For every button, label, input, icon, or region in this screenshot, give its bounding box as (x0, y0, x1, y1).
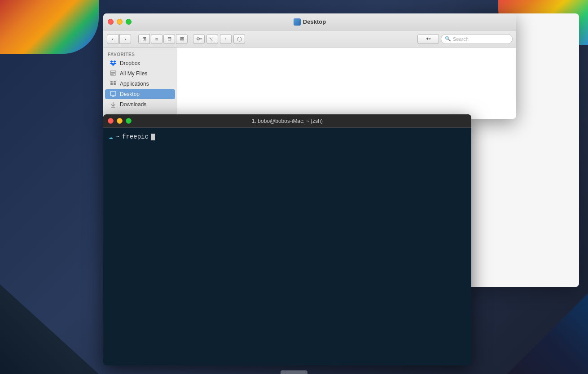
svg-rect-8 (110, 91, 116, 96)
terminal-traffic-lights (108, 118, 132, 124)
finder-minimize-button[interactable] (117, 19, 123, 25)
terminal-minimize-button[interactable] (117, 118, 123, 124)
terminal-icon: ⌥_ (208, 36, 216, 41)
terminal-prompt-line: ☁ ~ freepic (109, 132, 466, 141)
prompt-tilde: ~ (116, 133, 119, 140)
dropbox-sidebar-icon (110, 60, 117, 67)
finder-icon-view-button[interactable]: ⊞ (138, 34, 150, 44)
action-chevron: ▾ (200, 37, 202, 41)
finder-list-view-button[interactable]: ≡ (151, 34, 162, 44)
finder-forward-button[interactable]: › (119, 34, 131, 44)
all-files-icon (110, 70, 117, 77)
finder-title-text: Desktop (303, 18, 326, 25)
finder-nav-buttons: ‹ › (107, 34, 131, 44)
corner-decoration-tl (0, 0, 99, 54)
finder-traffic-lights (108, 19, 132, 25)
finder-close-button[interactable] (108, 19, 114, 25)
desktop-label: Desktop (120, 91, 140, 97)
sidebar-item-applications[interactable]: Applications (105, 79, 175, 89)
finder-action-button[interactable]: ⚙ ▾ (193, 34, 205, 44)
finder-view-buttons: ⊞ ≡ ⊟ ⊠ (138, 34, 188, 44)
share-icon: ↑ (225, 36, 227, 41)
finder-toolbar: ‹ › ⊞ ≡ ⊟ ⊠ ⚙ ▾ ⌥_ ↑ ◯ ✦ ▾ 🔍 Sea (103, 30, 516, 48)
tag-icon: ◯ (237, 36, 242, 41)
finder-window: Desktop ‹ › ⊞ ≡ ⊟ ⊠ ⚙ ▾ ⌥_ ↑ ◯ ✦ (103, 13, 516, 119)
favorites-label: Favorites (103, 50, 177, 58)
svg-rect-4 (110, 83, 113, 85)
terminal-maximize-button[interactable] (126, 118, 132, 124)
finder-dropbox-button[interactable]: ✦ ▾ (417, 34, 439, 44)
sidebar-item-desktop[interactable]: Desktop (105, 89, 175, 99)
sidebar-item-dropbox[interactable]: Dropbox (105, 58, 175, 68)
action-icon: ⚙ (196, 36, 200, 41)
downloads-label: Downloads (120, 101, 146, 108)
finder-cover-view-button[interactable]: ⊠ (176, 34, 188, 44)
finder-folder-icon (294, 18, 301, 26)
finder-search-bar[interactable]: 🔍 Search (441, 34, 513, 44)
dock-hint (281, 370, 307, 374)
terminal-body[interactable]: ☁ ~ freepic (103, 128, 471, 365)
sidebar-item-downloads[interactable]: Downloads (105, 100, 175, 109)
finder-body: Favorites Dropbox (103, 48, 516, 119)
dropbox-label: Dropbox (120, 60, 140, 66)
desktop-icon (110, 91, 117, 98)
search-icon: 🔍 (445, 36, 451, 42)
finder-terminal-button[interactable]: ⌥_ (206, 34, 218, 44)
finder-content (177, 48, 516, 119)
terminal-close-button[interactable] (108, 118, 114, 124)
sidebar-item-all-my-files[interactable]: All My Files (105, 69, 175, 78)
downloads-icon (110, 101, 117, 108)
terminal-cursor (151, 134, 155, 140)
terminal-titlebar: 1. bobo@bobos-iMac: ~ (zsh) (103, 114, 471, 128)
finder-column-view-button[interactable]: ⊟ (163, 34, 175, 44)
prompt-cloud-icon: ☁ (109, 132, 113, 141)
terminal-window: 1. bobo@bobos-iMac: ~ (zsh) ☁ ~ freepic (103, 114, 471, 365)
dropbox-chevron: ▾ (429, 37, 431, 41)
search-placeholder: Search (453, 36, 469, 42)
dropbox-icon: ✦ (426, 36, 429, 41)
finder-back-button[interactable]: ‹ (107, 34, 118, 44)
svg-rect-6 (110, 81, 113, 83)
svg-rect-5 (114, 83, 116, 85)
finder-sidebar: Favorites Dropbox (103, 48, 177, 119)
all-files-label: All My Files (120, 70, 147, 77)
finder-title: Desktop (294, 18, 326, 26)
finder-tag-button[interactable]: ◯ (233, 34, 245, 44)
svg-rect-7 (114, 81, 116, 83)
finder-maximize-button[interactable] (126, 19, 132, 25)
applications-icon (110, 80, 117, 87)
finder-share-button[interactable]: ↑ (220, 34, 232, 44)
finder-titlebar: Desktop (103, 13, 516, 30)
prompt-command: freepic (122, 133, 149, 140)
applications-label: Applications (120, 81, 149, 87)
terminal-title: 1. bobo@bobos-iMac: ~ (zsh) (252, 118, 323, 124)
